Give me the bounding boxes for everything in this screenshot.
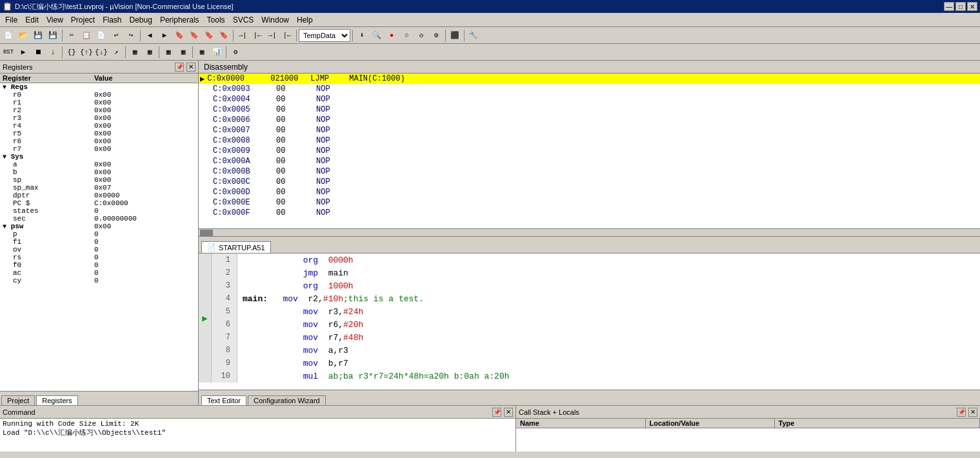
disasm-scroll-thumb[interactable] [200, 230, 213, 236]
logic-button[interactable]: 📊 [210, 45, 224, 59]
close-button[interactable]: ✕ [967, 2, 977, 11]
save-button[interactable]: 💾 [31, 28, 45, 43]
menu-item-project[interactable]: Project [67, 14, 99, 26]
memory-button[interactable]: ▦ [161, 45, 175, 59]
menu-item-file[interactable]: File [1, 14, 21, 26]
perf-button[interactable]: ⚙ [228, 45, 243, 59]
tab-config-wizard[interactable]: Configuration Wizard [248, 395, 326, 405]
tab-text-editor[interactable]: Text Editor [201, 395, 246, 405]
debug-button[interactable]: 🔍 [370, 28, 384, 43]
stop2-button[interactable]: ⏹ [31, 45, 45, 59]
save-all-button[interactable]: 💾 [46, 28, 60, 43]
step-over-button[interactable]: {} [65, 45, 79, 59]
list-item: C:0x000500NOP [199, 105, 980, 115]
list-item: sec0.00000000 [0, 215, 198, 223]
separator-9 [125, 46, 126, 58]
col-register: Register [0, 74, 92, 83]
list-item: C:0x000B00NOP [199, 166, 980, 177]
step-button[interactable]: ↓ [46, 45, 60, 59]
step-out-button[interactable]: {↑} [79, 45, 94, 59]
view1-button[interactable]: ▦ [128, 45, 142, 59]
load-button[interactable]: ⬇ [355, 28, 369, 43]
list-item: r40x00 [0, 122, 198, 130]
redo-button[interactable]: ↪ [124, 28, 138, 43]
menu-item-flash[interactable]: Flash [99, 14, 125, 26]
minimize-button[interactable]: — [944, 2, 954, 11]
disassembly-header: Disassembly [199, 61, 980, 74]
list-item: C:0x000D00NOP [199, 187, 980, 197]
col-name[interactable]: Name [516, 419, 645, 428]
reset-button[interactable]: ◇ [414, 28, 428, 43]
pin-button[interactable]: 📌 [175, 63, 184, 72]
command-pin-button[interactable]: 📌 [492, 408, 501, 417]
menu-item-tools[interactable]: Tools [203, 14, 229, 26]
command-close-button[interactable]: ✕ [504, 408, 513, 417]
command-panel: Command 📌 ✕ Running with Code Size Limit… [0, 406, 516, 452]
line-number: 7 [212, 331, 234, 344]
titlebar: 📋 D:\c\汇编小练习\test1.uvproj - µVision [Non… [0, 0, 980, 13]
list-item: r60x00 [0, 137, 198, 145]
callstack-pin-button[interactable]: 📌 [957, 408, 966, 417]
disasm-scrollbar[interactable] [199, 228, 980, 236]
stack-button[interactable]: ▦ [176, 45, 190, 59]
file-tab-label: STARTUP.A51 [219, 244, 265, 252]
list-item: r30x00 [0, 114, 198, 122]
maximize-button[interactable]: □ [955, 2, 966, 11]
command-header-buttons: 📌 ✕ [492, 408, 513, 417]
menu-item-svcs[interactable]: SVCS [229, 14, 258, 26]
open-button[interactable]: 📂 [16, 28, 30, 43]
step-into-button[interactable]: {↓} [94, 45, 108, 59]
menu-item-edit[interactable]: Edit [21, 14, 43, 26]
file-tab[interactable]: 📄 STARTUP.A51 [201, 241, 271, 253]
undo-button[interactable]: ↩ [109, 28, 123, 43]
tools-button[interactable]: 🔧 [466, 28, 481, 43]
copy-button[interactable]: 📋 [79, 28, 94, 43]
paste-button[interactable]: 📄 [94, 28, 108, 43]
cut-button[interactable]: ✂ [65, 28, 79, 43]
window-button[interactable]: ⬛ [448, 28, 462, 43]
indent-button[interactable]: →| [235, 28, 250, 43]
outdent-button[interactable]: |← [250, 28, 265, 43]
command-title: Command [3, 408, 35, 416]
bookmark2-button[interactable]: 🔖 [187, 28, 201, 43]
view2-button[interactable]: ▦ [143, 45, 157, 59]
new-button[interactable]: 📄 [1, 28, 15, 43]
list-item: f00 [0, 261, 198, 269]
callstack-title: Call Stack + Locals [519, 408, 579, 416]
separator-11 [192, 46, 193, 58]
close-panel-button[interactable]: ✕ [186, 63, 195, 72]
menu-item-debug[interactable]: Debug [126, 14, 156, 26]
callstack-close-button[interactable]: ✕ [968, 408, 977, 417]
options-button[interactable]: ⚙ [429, 28, 443, 43]
menu-item-help[interactable]: Help [293, 14, 317, 26]
run2-button[interactable]: ▶ [16, 45, 30, 59]
list-item: org 0000h [237, 254, 980, 266]
outdent2-button[interactable]: |← [280, 28, 294, 43]
run-button[interactable]: ● [385, 28, 399, 43]
col-type[interactable]: Type [774, 419, 980, 428]
list-item: Running with Code Size Limit: 2K [3, 420, 513, 428]
bookmark4-button[interactable]: 🔖 [217, 28, 231, 43]
run-to-button[interactable]: ↗ [109, 45, 123, 59]
nav-back-button[interactable]: ◀ [143, 28, 157, 43]
list-item: main: mov r2,#10h;this is a test. [237, 292, 980, 305]
indent2-button[interactable]: →| [265, 28, 279, 43]
toolbar-row-2: RST ▶ ⏹ ↓ {} {↑} {↓} ↗ ▦ ▦ ▦ ▦ ▦ 📊 ⚙ [0, 44, 980, 61]
bookmark-button[interactable]: 🔖 [172, 28, 186, 43]
list-item: C:0x000800NOP [199, 135, 980, 146]
callstack-content: Name Location/Value Type [516, 419, 980, 452]
col-location[interactable]: Location/Value [645, 419, 774, 428]
menu-item-view[interactable]: View [43, 14, 67, 26]
tab-project[interactable]: Project [1, 395, 35, 405]
menu-item-peripherals[interactable]: Peripherals [156, 14, 203, 26]
stop-button[interactable]: ○ [399, 28, 414, 43]
reset2-button[interactable]: RST [1, 45, 15, 59]
bookmark3-button[interactable]: 🔖 [202, 28, 216, 43]
menu-item-window[interactable]: Window [257, 14, 293, 26]
target-dropdown[interactable]: TempData [299, 29, 350, 42]
serial-button[interactable]: ▦ [195, 45, 209, 59]
line-number: 10 [212, 370, 234, 383]
code-content[interactable]: ▶ 12345678910 org 0000h jmp main org 100… [199, 254, 980, 390]
tab-registers[interactable]: Registers [36, 395, 77, 405]
nav-forward-button[interactable]: ▶ [157, 28, 172, 43]
